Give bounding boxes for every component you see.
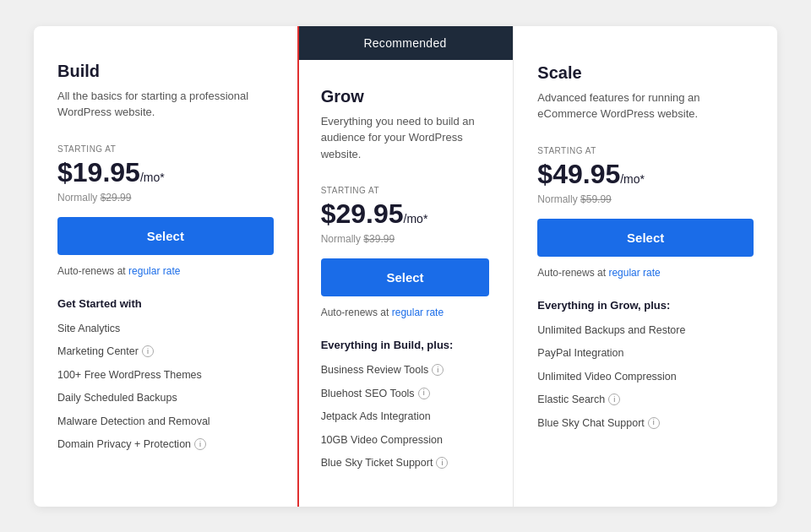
info-icon[interactable]: i [648,417,660,429]
plan-build-name: Build [57,62,274,81]
info-icon[interactable]: i [436,457,448,469]
info-icon[interactable]: i [194,438,206,450]
list-item: Marketing Centeri [57,345,274,360]
plan-grow-desc: Everything you need to build an audience… [321,113,490,163]
plan-grow-price-row: $29.95 /mo* [321,198,490,230]
info-icon[interactable]: i [608,394,620,405]
plan-build-features-title: Get Started with [57,297,274,310]
plan-grow-wrapper: Recommended Grow Everything you need to … [297,26,514,507]
list-item: Unlimited Video Compression [537,370,754,385]
list-item: Blue Sky Chat Supporti [537,416,754,432]
plan-scale-normal-price: $59.99 [580,193,612,205]
plan-build-desc: All the basics for starting a profession… [57,88,274,121]
plan-scale-name: Scale [537,63,754,83]
list-item: Bluehost SEO Toolsi [321,387,490,402]
plan-scale-regular-rate-link[interactable]: regular rate [608,267,660,279]
plan-grow-normal: Normally $39.99 [321,233,490,245]
plan-grow-period: /mo* [404,212,428,225]
info-icon[interactable]: i [142,345,154,357]
plan-scale-period: /mo* [620,172,645,186]
plan-scale-auto-renew: Auto-renews at regular rate [537,267,754,279]
plan-scale-price-row: $49.95 /mo* [537,159,754,190]
list-item: Jetpack Ads Integration [321,410,490,425]
plan-scale-select-button[interactable]: Select [537,219,754,257]
plan-scale-price: $49.95 [537,159,620,190]
list-item: Malware Detection and Removal [57,415,274,430]
list-item: PayPal Integration [537,346,754,361]
plan-build-price-row: $19.95 /mo* [57,157,274,188]
list-item: Blue Sky Ticket Supporti [321,456,490,471]
plan-grow-price: $29.95 [321,198,404,230]
plan-scale: Scale Advanced features for running an e… [514,26,777,507]
plan-build-period: /mo* [140,171,165,184]
plan-grow-select-button[interactable]: Select [321,258,490,296]
plan-scale-starting-label: STARTING AT [537,146,754,155]
plan-build-normal-price: $29.99 [101,192,132,204]
plan-build: Build All the basics for starting a prof… [34,26,299,507]
list-item: Business Review Toolsi [321,363,490,378]
list-item: Site Analytics [57,322,274,337]
plan-scale-desc: Advanced features for running an eCommer… [537,90,754,122]
list-item: Unlimited Backups and Restore [537,323,754,339]
plan-grow: Grow Everything you need to build an aud… [297,60,514,507]
plan-build-price: $19.95 [57,157,140,188]
recommended-label: Recommended [363,36,446,50]
info-icon[interactable]: i [432,364,444,376]
plan-build-auto-renew: Auto-renews at regular rate [57,265,274,277]
plan-build-regular-rate-link[interactable]: regular rate [128,265,180,277]
plan-build-starting-label: STARTING AT [57,144,274,154]
plan-build-normal: Normally $29.99 [57,192,274,204]
plan-grow-regular-rate-link[interactable]: regular rate [392,307,444,318]
info-icon[interactable]: i [418,388,430,399]
pricing-table: Build All the basics for starting a prof… [34,26,777,507]
plan-scale-normal: Normally $59.99 [537,193,754,205]
plan-grow-normal-price: $39.99 [363,233,395,245]
list-item: 10GB Video Compression [321,433,490,448]
plan-grow-name: Grow [321,87,490,106]
list-item: Domain Privacy + Protectioni [57,437,274,453]
plan-grow-features-title: Everything in Build, plus: [321,339,490,351]
plan-grow-auto-renew: Auto-renews at regular rate [321,307,490,318]
list-item: Elastic Searchi [537,393,754,408]
list-item: 100+ Free WordPress Themes [57,368,274,383]
list-item: Daily Scheduled Backups [57,391,274,406]
recommended-banner: Recommended [297,26,514,60]
plan-grow-starting-label: STARTING AT [321,186,490,195]
plan-scale-features-title: Everything in Grow, plus: [537,299,754,312]
plan-build-select-button[interactable]: Select [57,217,274,255]
